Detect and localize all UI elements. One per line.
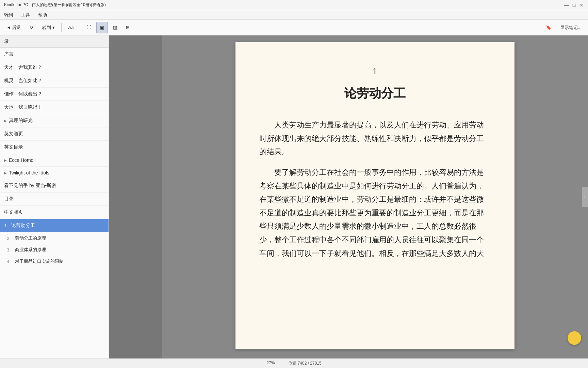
sidebar-item-toc[interactable]: 目录 (0, 193, 109, 206)
sidebar-item-label: Twilight of the Idols (9, 170, 49, 175)
view-single-button[interactable]: ▣ (96, 22, 108, 33)
left-gutter (109, 35, 162, 358)
chapter-num: 3 (7, 247, 12, 252)
sidebar-item-label: 机灵，岂但如此？ (4, 78, 42, 84)
menu-help[interactable]: 帮助 (37, 11, 48, 19)
sidebar-item-label: 论劳动分工 (11, 223, 35, 229)
arrow-icon: ▶ (4, 158, 7, 162)
font-button[interactable]: Aa (64, 22, 77, 33)
separator-2 (80, 23, 80, 32)
goto-button[interactable]: 转到 ▾ (38, 22, 59, 33)
sidebar-item-label: 英文雕页 (4, 131, 23, 137)
bookmark-icon: 🔖 (546, 25, 551, 30)
sidebar-item-label: 看不见的手 by 亚当•斯密 (4, 183, 56, 189)
sidebar-item-preface[interactable]: 序言 (0, 48, 109, 61)
fullscreen-button[interactable]: ⛶ (83, 22, 95, 33)
book-area[interactable]: 1 论劳动分工 人类劳动生产力最显著的提高，以及人们在进行劳动、应用劳动时所体现… (162, 35, 588, 358)
bookmark-button[interactable]: 🔖 (542, 22, 555, 33)
sidebar-item-ch4[interactable]: 4 对于商品进口实施的限制 (0, 256, 109, 267)
sidebar-item-fortune[interactable]: 天运，我自晓得！ (0, 101, 109, 114)
sidebar-item-label: Ecce Homo (9, 157, 33, 163)
fullscreen-icon: ⛶ (87, 25, 91, 30)
chapter-title: 论劳动分工 (259, 82, 491, 105)
view-double-icon: ▥ (113, 25, 117, 30)
sidebar-item-label: 对于商品进口实施的限制 (15, 258, 64, 264)
progress-percent: 27% (266, 361, 275, 366)
refresh-icon: ↺ (30, 25, 33, 30)
menu-bar: 转到 工具 帮助 (0, 10, 588, 20)
goto-label: 转到 (42, 25, 51, 31)
sidebar-item-invisible-hand[interactable]: 看不见的手 by 亚当•斯密 (0, 179, 109, 193)
sidebar-item-label: 劳动分工的原理 (15, 235, 46, 241)
chapter-num: 4 (7, 259, 12, 264)
floating-action-button[interactable] (568, 331, 581, 345)
view-double-button[interactable]: ▥ (109, 22, 121, 33)
view-spread-icon: ⊞ (126, 25, 130, 30)
title-bar: Kindle for PC - 伟大的思想(第一辑)(套装全10册)(双语版) … (0, 0, 588, 10)
sidebar-item-label: 真理的曙光 (9, 118, 33, 124)
sidebar-item-label: 天运，我自晓得！ (4, 104, 42, 110)
toolbar-right: 🔖 显示笔记... (542, 22, 585, 33)
window-title: Kindle for PC - 伟大的思想(第一辑)(套装全10册)(双语版) (4, 2, 106, 8)
sidebar-item-zh-gallery[interactable]: 中文雕页 (0, 206, 109, 219)
close-button[interactable]: ✕ (579, 3, 584, 7)
sidebar-header: 录 (0, 35, 109, 48)
menu-goto[interactable]: 转到 (3, 11, 14, 19)
book-page: 1 论劳动分工 人类劳动生产力最显著的提高，以及人们在进行劳动、应用劳动时所体现… (235, 42, 514, 349)
title-bar-left: Kindle for PC - 伟大的思想(第一辑)(套装全10册)(双语版) (4, 2, 106, 8)
main-content: 录 序言 天才，舍我其谁？ 机灵，岂但如此？ 佳作，何以蠢出？ 天运，我自晓得！… (0, 35, 588, 358)
toolbar: ◄ 后退 ↺ 转到 ▾ Aa ⛶ ▣ ▥ ⊞ 🔖 显示笔记... (0, 20, 588, 35)
sidebar-item-label: 商业体系的原理 (15, 247, 46, 253)
sidebar-item-label: 中文雕页 (4, 209, 23, 215)
chapter-number: 1 (259, 63, 491, 80)
arrow-icon: ▶ (4, 119, 7, 123)
maximize-button[interactable]: □ (572, 3, 576, 7)
sidebar-item-label: 英文目录 (4, 144, 23, 150)
sidebar-item-en-toc[interactable]: 英文目录 (0, 141, 109, 154)
sidebar-item-label: 佳作，何以蠢出？ (4, 91, 42, 97)
sidebar: 录 序言 天才，舍我其谁？ 机灵，岂但如此？ 佳作，何以蠢出？ 天运，我自晓得！… (0, 35, 109, 358)
sidebar-item-ch1[interactable]: 1 论劳动分工 (0, 219, 109, 232)
back-button[interactable]: ◄ 后退 (3, 22, 24, 33)
collapse-right-button[interactable]: › (582, 187, 588, 207)
separator-1 (61, 23, 62, 32)
sidebar-item-genius[interactable]: 天才，舍我其谁？ (0, 61, 109, 74)
sidebar-item-en-gallery[interactable]: 英文雕页 (0, 127, 109, 141)
sidebar-item-label: 序言 (4, 51, 14, 57)
view-single-icon: ▣ (100, 25, 104, 30)
display-settings-button[interactable]: 显示笔记... (556, 22, 585, 33)
sidebar-item-spirit[interactable]: 机灵，岂但如此？ (0, 74, 109, 88)
chevron-down-icon: ▾ (52, 25, 55, 30)
sidebar-item-ch3[interactable]: 3 商业体系的原理 (0, 244, 109, 256)
view-spread-button[interactable]: ⊞ (122, 22, 133, 33)
paragraph-1: 人类劳动生产力最显著的提高，以及人们在进行劳动、应用劳动时所体现出来的绝大部分技… (259, 118, 491, 159)
status-progress: 27% 位置 7482 / 27815 (266, 361, 321, 366)
menu-tools[interactable]: 工具 (20, 11, 31, 19)
refresh-button[interactable]: ↺ (26, 22, 37, 33)
chapter-num: 2 (7, 236, 12, 241)
chapter-num: 1 (4, 223, 6, 228)
sidebar-item-twilight[interactable]: ▶ Twilight of the Idols (0, 167, 109, 179)
arrow-icon: ▶ (4, 171, 7, 175)
sidebar-item-masterwork[interactable]: 佳作，何以蠢出？ (0, 88, 109, 101)
sidebar-scroll[interactable]: 序言 天才，舍我其谁？ 机灵，岂但如此？ 佳作，何以蠢出？ 天运，我自晓得！ ▶… (0, 48, 109, 358)
sidebar-item-ch2[interactable]: 2 劳动分工的原理 (0, 232, 109, 244)
sidebar-item-ecce-homo[interactable]: ▶ Ecce Homo (0, 154, 109, 167)
position-info: 位置 7482 / 27815 (288, 361, 321, 366)
sidebar-item-dawn[interactable]: ▶ 真理的曙光 (0, 114, 109, 127)
sidebar-item-label: 目录 (4, 196, 14, 202)
font-icon: Aa (68, 25, 74, 30)
title-bar-controls: — □ ✕ (564, 3, 584, 7)
status-bar: 27% 位置 7482 / 27815 (0, 358, 588, 368)
paragraph-2: 要了解劳动分工在社会的一般事务中的作用，比较容易的方法是考察在某些具体的制造业中… (259, 166, 491, 260)
minimize-button[interactable]: — (564, 3, 569, 7)
sidebar-item-label: 天才，舍我其谁？ (4, 64, 42, 71)
